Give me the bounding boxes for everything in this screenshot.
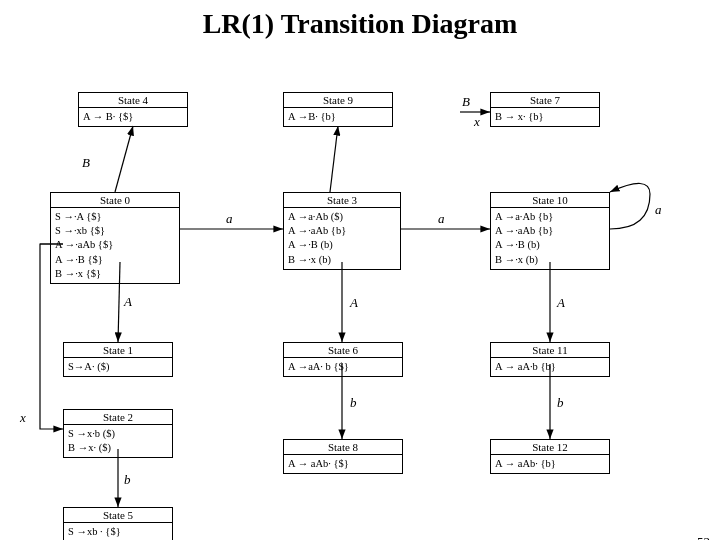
svg-text:b: b [557, 395, 564, 410]
svg-text:A: A [123, 294, 132, 309]
svg-text:B: B [462, 94, 470, 109]
state0-body: S →·A {$} S →·xb {$} A →·aAb {$} A →·B {… [51, 208, 179, 283]
page-title: LR(1) Transition Diagram [0, 0, 720, 44]
state9-header: State 9 [284, 93, 392, 108]
state1-body: S→A· ($) [64, 358, 172, 376]
state8-header: State 8 [284, 440, 402, 455]
state10-header: State 10 [491, 193, 609, 208]
state0-box: State 0 S →·A {$} S →·xb {$} A →·aAb {$}… [50, 192, 180, 284]
svg-text:b: b [350, 395, 357, 410]
state6-body: A →aA· b {$} [284, 358, 402, 376]
state3-box: State 3 A →a·Ab ($) A →·aAb {b} A →·B (b… [283, 192, 401, 270]
state12-body: A → aAb· {b} [491, 455, 609, 473]
svg-text:B: B [82, 155, 90, 170]
state9-box: State 9 A →B· {b} [283, 92, 393, 127]
svg-text:A: A [556, 295, 565, 310]
state0-header: State 0 [51, 193, 179, 208]
svg-line-2 [115, 126, 133, 192]
state11-header: State 11 [491, 343, 609, 358]
svg-text:a: a [438, 211, 445, 226]
state2-header: State 2 [64, 410, 172, 425]
svg-text:x: x [19, 410, 26, 425]
svg-text:x: x [473, 114, 480, 129]
state7-header: State 7 [491, 93, 599, 108]
state7-body: B → x· {b} [491, 108, 599, 126]
state12-box: State 12 A → aAb· {b} [490, 439, 610, 474]
state10-box: State 10 A →a·Ab {b} A →·aAb {b} A →·B (… [490, 192, 610, 270]
state4-box: State 4 A → B· {$} [78, 92, 188, 127]
state5-header: State 5 [64, 508, 172, 523]
svg-text:a: a [655, 202, 662, 217]
state4-body: A → B· {$} [79, 108, 187, 126]
state6-box: State 6 A →aA· b {$} [283, 342, 403, 377]
state3-header: State 3 [284, 193, 400, 208]
page-number: 52 [697, 534, 710, 540]
state1-box: State 1 S→A· ($) [63, 342, 173, 377]
state11-box: State 11 A → aA·b {b} [490, 342, 610, 377]
state8-body: A → aAb· {$} [284, 455, 402, 473]
state3-body: A →a·Ab ($) A →·aAb {b} A →·B (b) B →·x … [284, 208, 400, 269]
svg-text:a: a [226, 211, 233, 226]
state5-box: State 5 S →xb · {$} [63, 507, 173, 540]
state5-body: S →xb · {$} [64, 523, 172, 540]
state2-box: State 2 S →x·b ($) B →x· ($) [63, 409, 173, 458]
svg-text:b: b [124, 472, 131, 487]
state4-header: State 4 [79, 93, 187, 108]
state6-header: State 6 [284, 343, 402, 358]
state7-box: State 7 B → x· {b} [490, 92, 600, 127]
state1-header: State 1 [64, 343, 172, 358]
state11-body: A → aA·b {b} [491, 358, 609, 376]
state8-box: State 8 A → aAb· {$} [283, 439, 403, 474]
state10-body: A →a·Ab {b} A →·aAb {b} A →·B (b) B →·x … [491, 208, 609, 269]
state12-header: State 12 [491, 440, 609, 455]
state9-body: A →B· {b} [284, 108, 392, 126]
svg-text:A: A [349, 295, 358, 310]
svg-line-26 [330, 126, 338, 192]
diagram: State 4 A → B· {$} State 9 A →B· {b} Sta… [0, 44, 720, 540]
state2-body: S →x·b ($) B →x· ($) [64, 425, 172, 457]
